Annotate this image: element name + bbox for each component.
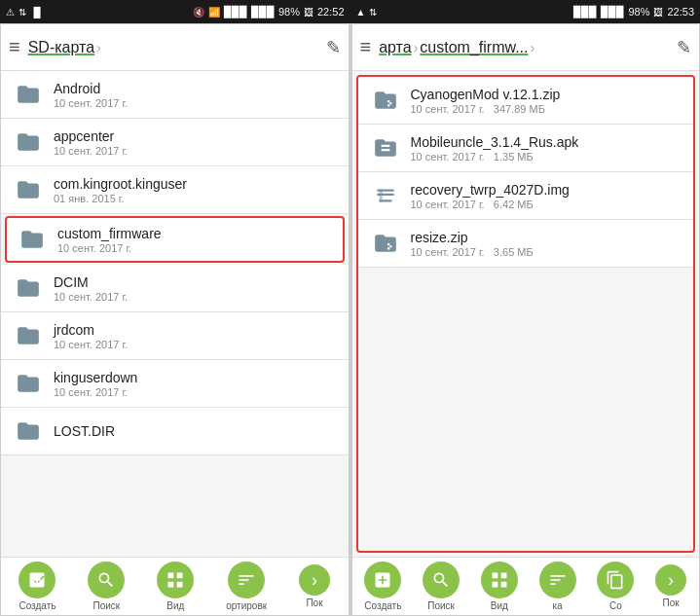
nav-label: Поиск: [93, 600, 121, 611]
folder-icon: [13, 79, 44, 110]
folder-icon: [13, 320, 44, 351]
file-name: jrdcom: [54, 322, 337, 338]
breadcrumb-sdcard[interactable]: SD-карта: [28, 39, 94, 56]
nav-sort-left[interactable]: ортировк: [226, 562, 267, 611]
folder-icon: [13, 174, 44, 205]
create-circle-r: [364, 562, 401, 598]
list-item[interactable]: recovery_twrp_4027D.img 10 сент. 2017 г.…: [358, 172, 694, 220]
nav-more-right[interactable]: › Пок: [655, 564, 686, 608]
folder-icon: [13, 127, 44, 158]
nav-search-right[interactable]: Поиск: [423, 562, 460, 611]
file-name: appcenter: [54, 128, 337, 144]
gallery-icon-left: 🖼: [304, 7, 313, 18]
nav-more-left[interactable]: › Пок: [299, 564, 330, 608]
usb-icon-r: ⇅: [369, 7, 377, 18]
file-name: custom_firmware: [57, 226, 333, 241]
signal-bars-r1: ▉▉▉: [573, 6, 597, 18]
file-name: com.kingroot.kinguser: [54, 176, 337, 192]
folder-icon: [13, 416, 44, 447]
list-item[interactable]: DCIM 10 сент. 2017 г.: [1, 265, 349, 312]
copy-circle-r: [597, 562, 634, 598]
signal-bars-2: ▉▉▉: [251, 6, 275, 18]
usb-icon: ⇅: [18, 7, 26, 18]
list-item[interactable]: Android 10 сент. 2017 г.: [1, 71, 349, 119]
bottom-nav-left-btns: Создать Поиск Вид: [1, 558, 349, 615]
breadcrumb-arrow-right2: ›: [530, 40, 534, 55]
nav-copy-right[interactable]: Со: [597, 562, 634, 611]
list-item[interactable]: Mobileuncle_3.1.4_Rus.apk 10 сент. 2017 …: [358, 125, 694, 172]
folder-icon: [17, 224, 48, 255]
breadcrumb-right: арта › custom_firmw... ›: [379, 39, 669, 56]
file-list-left: Android 10 сент. 2017 г. appcenter 10 се…: [1, 71, 349, 557]
zip-icon: [370, 85, 401, 116]
warning-icon: ⚠: [6, 7, 15, 18]
sort-circle: [228, 562, 265, 598]
list-item[interactable]: kinguserdown 10 сент. 2017 г.: [1, 360, 349, 408]
status-bar: ⚠ ⇅ ▐▌ 🔇 📶 ▉▉▉ ▉▉▉ 98% 🖼 22:52 ▲ ⇅ ▉▉▉ ▉…: [0, 0, 700, 23]
search-circle: [88, 562, 125, 598]
file-meta: 10 сент. 2017 г. 3.65 МБ: [411, 246, 682, 258]
file-name: kinguserdown: [54, 370, 337, 385]
nav-create-left[interactable]: Создать: [18, 562, 55, 611]
toolbar-left: ≡ SD-карта › ✎: [1, 24, 349, 71]
create-circle: [18, 562, 55, 598]
file-meta: 10 сент. 2017 г. 1.35 МБ: [411, 151, 682, 163]
nav-sort-right[interactable]: ка: [539, 562, 576, 611]
file-meta: 10 сент. 2017 г.: [54, 291, 337, 303]
sort-circle-r: [539, 562, 576, 598]
zip-icon-2: [370, 228, 401, 259]
list-item[interactable]: appcenter 10 сент. 2017 г.: [1, 119, 349, 166]
file-name: Android: [54, 81, 337, 96]
list-item[interactable]: LOST.DIR: [1, 408, 349, 455]
nav-label: Со: [609, 600, 622, 611]
nav-view-right[interactable]: Вид: [481, 562, 518, 611]
battery-percent-right: 98%: [628, 6, 649, 18]
nav-label: Вид: [491, 600, 508, 611]
status-bar-left: ⚠ ⇅ ▐▌ 🔇 📶 ▉▉▉ ▉▉▉ 98% 🖼 22:52: [0, 0, 350, 23]
toolbar-right: ≡ арта › custom_firmw... › ✎: [352, 24, 700, 71]
list-item-selected[interactable]: custom_firmware 10 сент. 2017 г.: [5, 216, 345, 263]
svg-rect-1: [381, 149, 389, 151]
list-item[interactable]: CyanogenMod v.12.1.zip 10 сент. 2017 г. …: [358, 77, 694, 125]
search-circle-r: [423, 562, 460, 598]
nav-search-left[interactable]: Поиск: [88, 562, 125, 611]
list-item[interactable]: resize.zip 10 сент. 2017 г. 3.65 МБ: [358, 220, 694, 268]
battery-icon: ▐▌: [30, 7, 44, 18]
status-bar-right: ▲ ⇅ ▉▉▉ ▉▉▉ 98% 🖼 22:53: [350, 0, 701, 23]
breadcrumb-root[interactable]: арта: [379, 39, 412, 56]
list-item[interactable]: jrdcom 10 сент. 2017 г.: [1, 312, 349, 360]
arrow-circle: ›: [299, 564, 330, 596]
nav-label: ка: [553, 600, 563, 611]
time-left: 22:52: [317, 6, 345, 18]
apk-icon: [370, 132, 401, 163]
file-meta: 10 сент. 2017 г.: [54, 386, 337, 398]
signal-bars-1: ▉▉▉: [224, 6, 247, 18]
folder-icon: [13, 272, 44, 304]
nav-create-right[interactable]: Создать: [364, 562, 401, 611]
breadcrumb-folder[interactable]: custom_firmw...: [420, 39, 528, 56]
edit-icon-left[interactable]: ✎: [326, 37, 341, 58]
mute-icon: 🔇: [193, 7, 204, 18]
gallery-icon-right: 🖼: [653, 7, 663, 18]
breadcrumb-arrow-right: ›: [414, 40, 419, 55]
edit-icon-right[interactable]: ✎: [677, 37, 691, 58]
list-item[interactable]: com.kingroot.kinguser 01 янв. 2015 г.: [1, 166, 349, 214]
panel-right: ≡ арта › custom_firmw... › ✎ CyanogenMod…: [351, 23, 701, 616]
file-meta: 01 янв. 2015 г.: [54, 193, 337, 204]
nav-label: Поиск: [427, 600, 455, 611]
file-name: LOST.DIR: [54, 423, 337, 439]
file-meta: 10 сент. 2017 г.: [57, 242, 333, 254]
battery-percent-left: 98%: [278, 6, 300, 18]
notification-icon: ▲: [356, 7, 366, 18]
nav-view-left[interactable]: Вид: [157, 562, 194, 611]
file-name: DCIM: [54, 274, 337, 290]
svg-rect-0: [381, 145, 389, 147]
arrow-circle-r: ›: [655, 564, 686, 596]
menu-button-left[interactable]: ≡: [9, 36, 20, 58]
menu-button-right[interactable]: ≡: [360, 36, 372, 58]
nav-label: ортировк: [226, 600, 267, 611]
nav-label: Пок: [306, 598, 322, 608]
file-meta: 10 сент. 2017 г.: [54, 145, 337, 157]
file-meta: 10 сент. 2017 г.: [54, 339, 337, 350]
file-list-right: CyanogenMod v.12.1.zip 10 сент. 2017 г. …: [356, 75, 696, 553]
